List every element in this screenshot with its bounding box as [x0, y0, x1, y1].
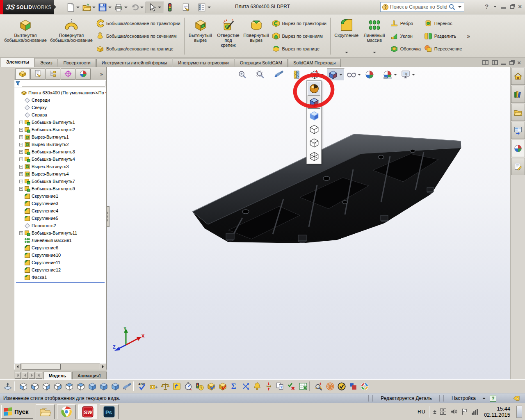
- custom-properties[interactable]: [511, 158, 525, 175]
- toolbar-button[interactable]: [309, 381, 313, 392]
- settings-caret-icon[interactable]: [482, 396, 486, 399]
- dropdown-caret[interactable]: [108, 7, 112, 10]
- model-tab[interactable]: Модель: [43, 372, 72, 379]
- simulation-compare[interactable]: [348, 381, 358, 392]
- windows-explorer-app[interactable]: [36, 404, 55, 419]
- mass-properties[interactable]: [160, 381, 171, 392]
- prev-tab-button[interactable]: [22, 372, 28, 379]
- scroll-left-button[interactable]: [14, 363, 21, 370]
- tree-item[interactable]: + Скругление1: [18, 192, 106, 200]
- spell-checker[interactable]: ABC: [137, 381, 148, 392]
- view-settings[interactable]: [400, 69, 417, 80]
- tree-item[interactable]: + Спереди: [18, 96, 106, 104]
- dropdown-caret[interactable]: [339, 74, 342, 77]
- scroll-right-button[interactable]: [100, 363, 106, 370]
- curvature[interactable]: [240, 381, 251, 392]
- volume-icon[interactable]: [450, 408, 457, 415]
- view-isometric[interactable]: [87, 381, 98, 392]
- view-palette[interactable]: [511, 122, 525, 139]
- hide-show-items[interactable]: [346, 69, 363, 80]
- tree-item[interactable]: + Вырез-Вытянуть4: [18, 170, 106, 178]
- dropdown-caret[interactable]: [373, 52, 376, 55]
- print-document[interactable]: [114, 2, 129, 13]
- tree-item[interactable]: + Бобышка-Вытянуть1: [18, 119, 106, 126]
- tree-item[interactable]: + Вырез-Вытянуть2: [18, 141, 106, 148]
- previous-view-tool[interactable]: [121, 381, 132, 392]
- dropdown-caret[interactable]: [92, 7, 96, 10]
- tree-item[interactable]: + Вырез-Вытянуть1: [18, 133, 106, 141]
- extruded-cut-button[interactable]: Вытянутый вырез: [187, 16, 215, 56]
- view-right[interactable]: [52, 381, 63, 392]
- tree-item[interactable]: + Скругление4: [18, 207, 106, 215]
- tab-elements[interactable]: Элементы: [1, 58, 34, 67]
- help-search-box[interactable]: ? Поиск в Справке по SolidWorks: [380, 2, 464, 12]
- dropdown-caret[interactable]: [394, 74, 397, 77]
- help-button[interactable]: ?: [485, 3, 488, 10]
- animation-tab[interactable]: Анимация1: [72, 372, 107, 379]
- view-back[interactable]: [30, 381, 40, 392]
- view-dimetric[interactable]: [98, 381, 109, 392]
- revolved-cut-button[interactable]: Повернутый вырез: [242, 16, 270, 56]
- tree-item[interactable]: + Скругление12: [18, 266, 106, 274]
- next-tab-button[interactable]: [29, 372, 35, 379]
- split-view-right-icon[interactable]: [492, 60, 498, 65]
- wireframe[interactable]: [308, 149, 320, 163]
- dropdown-caret[interactable]: [124, 7, 128, 10]
- appearances-scenes[interactable]: [511, 140, 525, 157]
- tree-item[interactable]: + Скругление5: [18, 215, 106, 222]
- previous-view[interactable]: [273, 69, 290, 80]
- thickness-analysis[interactable]: [263, 381, 274, 392]
- new-document[interactable]: [66, 2, 81, 13]
- displaymanager-tab[interactable]: [76, 68, 91, 80]
- view-left[interactable]: [41, 381, 52, 392]
- tab-solidcam-operation[interactable]: Операция SolidCAM: [235, 59, 288, 67]
- search-dropdown-caret[interactable]: [458, 6, 461, 9]
- tag-icon[interactable]: [513, 395, 520, 401]
- solidworks-app[interactable]: SW: [78, 404, 97, 419]
- sketch-relations[interactable]: [171, 381, 182, 392]
- move-face-button[interactable]: Перенос: [424, 18, 462, 28]
- tray-windows-icon[interactable]: [440, 409, 447, 415]
- tab-solidcam-transitions[interactable]: SolidCAM Переходы: [288, 59, 341, 67]
- dropdown-caret[interactable]: [140, 7, 144, 10]
- tree-item[interactable]: + Бобышка-Вытянуть11: [18, 229, 106, 237]
- tab-sketch[interactable]: Эскиз: [35, 59, 57, 67]
- realview-graphics[interactable]: [308, 82, 320, 95]
- language-indicator[interactable]: RU: [418, 409, 425, 415]
- view-front[interactable]: [18, 381, 29, 392]
- doc-minimize-button[interactable]: [501, 61, 506, 65]
- shell-button[interactable]: Оболочка: [390, 44, 421, 54]
- swept-cut-button[interactable]: Вырез по траектории: [272, 18, 326, 28]
- zoom-to-area[interactable]: [255, 69, 272, 80]
- network-signal-icon[interactable]: [472, 409, 478, 415]
- tree-item[interactable]: + Скругление6: [18, 244, 106, 251]
- tree-item[interactable]: + Справа: [18, 111, 106, 119]
- help-caret[interactable]: [493, 6, 497, 9]
- tree-item[interactable]: + Бобышка-Вытянуть9: [18, 185, 106, 192]
- shaded[interactable]: [308, 109, 320, 122]
- origin-tool[interactable]: [2, 121, 12, 130]
- search-input[interactable]: Поиск в Справке по SolidWorks: [390, 4, 447, 10]
- tree-item[interactable]: + Скругление10: [18, 251, 106, 259]
- file-explorer[interactable]: [511, 104, 525, 121]
- toolbar-button[interactable]: [14, 381, 17, 392]
- centerline-tool[interactable]: [2, 82, 12, 92]
- tab-surfaces[interactable]: Поверхности: [58, 59, 96, 67]
- configurationmanager-tab[interactable]: [46, 68, 60, 80]
- view-trimetric[interactable]: [110, 381, 121, 392]
- expand-toggle[interactable]: +: [19, 158, 23, 161]
- design-library[interactable]: [511, 86, 525, 103]
- tab-mold-tools[interactable]: Инструменты литейной формы: [96, 59, 173, 67]
- last-tab-button[interactable]: [36, 372, 42, 379]
- chrome-app[interactable]: [57, 404, 76, 419]
- dropdown-caret[interactable]: [321, 74, 324, 77]
- ambient-occlusion[interactable]: [325, 381, 336, 392]
- fillet-button[interactable]: Скругление: [333, 16, 361, 56]
- excel-design-table[interactable]: [298, 381, 308, 392]
- ribbon-overflow-button[interactable]: »: [467, 33, 470, 39]
- costing[interactable]: [359, 381, 370, 392]
- scroll-thumb[interactable]: [22, 364, 61, 370]
- dropdown-caret[interactable]: [412, 74, 415, 77]
- expand-toggle[interactable]: +: [19, 165, 23, 169]
- boundary-boss-button[interactable]: Бобышка/основание на границе: [96, 44, 180, 54]
